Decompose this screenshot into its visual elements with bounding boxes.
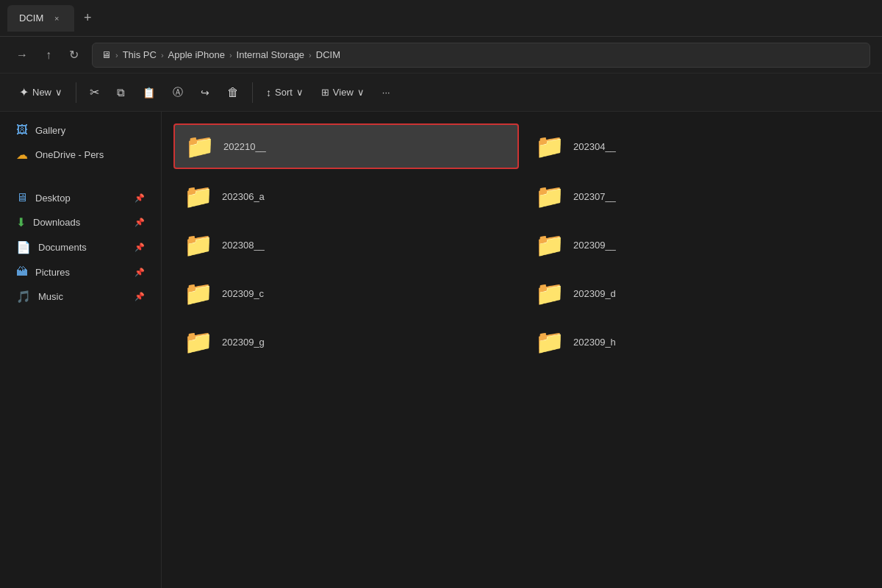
new-button[interactable]: ✦ New ∨ (12, 79, 70, 106)
folder-icon: 📁 (184, 231, 213, 259)
view-chevron-icon: ∨ (357, 87, 365, 98)
folder-icon: 📁 (535, 182, 564, 210)
breadcrumb-apple-iphone[interactable]: Apple iPhone (168, 49, 225, 60)
folder-name: 202309_g (222, 337, 265, 348)
cut-icon: ✂ (90, 85, 99, 99)
copy-button[interactable]: ⧉ (110, 79, 132, 106)
folder-item-f2[interactable]: 📁 202304__ (525, 123, 870, 169)
folder-icon: 📁 (184, 182, 213, 210)
breadcrumb-this-pc[interactable]: This PC (123, 49, 157, 60)
tab-label: DCIM (19, 12, 43, 24)
pictures-pin-icon: 📌 (135, 268, 145, 277)
documents-pin-icon: 📌 (135, 243, 145, 252)
tab-dcim[interactable]: DCIM × (7, 5, 74, 32)
nav-bar: → ↑ ↻ 🖥 › This PC › Apple iPhone › Inter… (0, 37, 882, 74)
folder-icon: 📁 (184, 279, 213, 307)
sidebar-item-onedrive[interactable]: ☁ OneDrive - Pers (4, 143, 157, 167)
cut-button[interactable]: ✂ (82, 79, 107, 106)
sidebar-label-gallery: Gallery (35, 125, 145, 136)
sidebar-label-music: Music (38, 291, 127, 302)
tab-close-button[interactable]: × (51, 12, 62, 24)
sidebar-label-documents: Documents (38, 242, 127, 253)
documents-icon: 📄 (16, 240, 31, 254)
view-icon: ⊞ (321, 87, 329, 98)
sidebar: 🖼 Gallery ☁ OneDrive - Pers 🖥 Desktop 📌 … (0, 112, 162, 588)
folder-item-f8[interactable]: 📁 202309_d (525, 272, 870, 315)
nav-up-button[interactable]: ↑ (41, 46, 56, 65)
folder-name: 202309_c (222, 288, 264, 299)
new-chevron-icon: ∨ (55, 87, 62, 98)
music-pin-icon: 📌 (135, 292, 145, 301)
folder-icon: 📁 (535, 328, 564, 356)
sidebar-label-downloads: Downloads (33, 217, 127, 228)
pc-icon: 🖥 (101, 49, 111, 60)
folder-name: 202308__ (222, 240, 265, 251)
desktop-pin-icon: 📌 (135, 193, 145, 203)
folder-icon: 📁 (535, 132, 564, 160)
folder-icon: 📁 (185, 132, 215, 160)
toolbar-divider-2 (252, 82, 253, 103)
nav-back-button[interactable]: → (12, 46, 32, 65)
folder-item-f10[interactable]: 📁 202309_h (525, 320, 870, 363)
gallery-icon: 🖼 (16, 123, 28, 137)
rename-button[interactable]: Ⓐ (165, 79, 190, 106)
sort-chevron-icon: ∨ (296, 87, 304, 98)
folder-name: 202309_d (573, 288, 616, 299)
onedrive-icon: ☁ (16, 148, 28, 162)
folder-item-f1[interactable]: 📁 202210__ (173, 123, 519, 169)
folder-icon: 📁 (535, 231, 564, 259)
view-button[interactable]: ⊞ View ∨ (314, 79, 372, 106)
view-label: View (333, 87, 354, 98)
new-label: New (32, 87, 51, 98)
folder-name: 202210__ (223, 141, 266, 152)
more-icon: ··· (382, 87, 390, 98)
nav-refresh-button[interactable]: ↻ (65, 45, 83, 65)
pictures-icon: 🏔 (16, 265, 28, 279)
folder-name: 202309_h (573, 337, 616, 348)
breadcrumb-dcim[interactable]: DCIM (316, 49, 340, 60)
delete-button[interactable]: 🗑 (220, 79, 246, 106)
folder-item-f4[interactable]: 📁 202307__ (525, 175, 870, 218)
sidebar-item-desktop[interactable]: 🖥 Desktop 📌 (4, 186, 157, 209)
title-bar: DCIM × + (0, 0, 882, 37)
paste-button[interactable]: 📋 (135, 79, 162, 106)
folder-item-f9[interactable]: 📁 202309_g (173, 320, 519, 363)
new-icon: ✦ (19, 85, 29, 99)
content-area: 📁 202210__ 📁 202304__ 📁 202306_a 📁 20230… (162, 112, 882, 588)
folder-name: 202307__ (573, 191, 616, 202)
paste-icon: 📋 (143, 87, 155, 98)
folder-name: 202306_a (222, 191, 265, 202)
share-icon: ↪ (201, 87, 209, 98)
rename-icon: Ⓐ (173, 86, 183, 99)
folder-name: 202304__ (573, 141, 616, 152)
folder-item-f3[interactable]: 📁 202306_a (173, 175, 519, 218)
desktop-icon: 🖥 (16, 191, 28, 204)
folder-item-f6[interactable]: 📁 202309__ (525, 223, 870, 266)
main-layout: 🖼 Gallery ☁ OneDrive - Pers 🖥 Desktop 📌 … (0, 112, 882, 588)
share-button[interactable]: ↪ (193, 79, 217, 106)
folder-grid: 📁 202210__ 📁 202304__ 📁 202306_a 📁 20230… (173, 123, 870, 363)
address-bar[interactable]: 🖥 › This PC › Apple iPhone › Internal St… (92, 43, 870, 68)
breadcrumb-internal-storage[interactable]: Internal Storage (237, 49, 305, 60)
sort-label: Sort (275, 87, 293, 98)
sidebar-item-music[interactable]: 🎵 Music 📌 (4, 284, 157, 309)
folder-item-f5[interactable]: 📁 202308__ (173, 223, 519, 266)
folder-item-f7[interactable]: 📁 202309_c (173, 272, 519, 315)
more-button[interactable]: ··· (375, 79, 398, 106)
sidebar-item-documents[interactable]: 📄 Documents 📌 (4, 235, 157, 259)
sidebar-item-downloads[interactable]: ⬇ Downloads 📌 (4, 210, 157, 234)
music-icon: 🎵 (16, 290, 31, 304)
sidebar-label-onedrive: OneDrive - Pers (35, 149, 145, 160)
toolbar-divider-1 (76, 82, 76, 103)
sidebar-label-pictures: Pictures (35, 267, 127, 278)
sidebar-item-gallery[interactable]: 🖼 Gallery (4, 118, 157, 142)
toolbar: ✦ New ∨ ✂ ⧉ 📋 Ⓐ ↪ 🗑 ↕ Sort ∨ ⊞ View ∨ ··… (0, 74, 882, 112)
sort-icon: ↕ (266, 87, 271, 98)
folder-icon: 📁 (535, 279, 564, 307)
sidebar-item-pictures[interactable]: 🏔 Pictures 📌 (4, 260, 157, 284)
sort-button[interactable]: ↕ Sort ∨ (259, 79, 311, 106)
copy-icon: ⧉ (117, 86, 125, 99)
new-tab-button[interactable]: + (77, 8, 98, 29)
downloads-icon: ⬇ (16, 215, 26, 229)
delete-icon: 🗑 (227, 86, 239, 99)
